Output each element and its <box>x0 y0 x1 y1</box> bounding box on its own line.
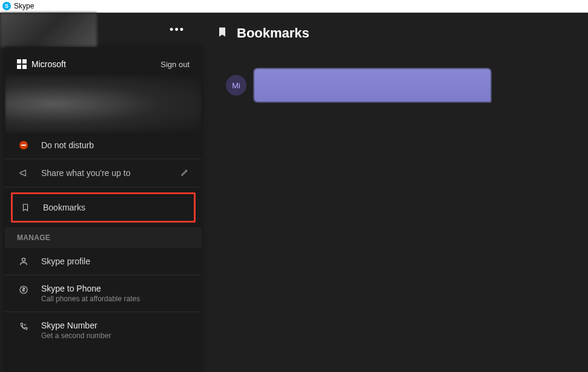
skype-logo-icon: S <box>2 2 11 10</box>
dnd-icon <box>17 141 30 149</box>
sign-out-link[interactable]: Sign out <box>160 60 190 69</box>
skype-profile-row[interactable]: Skype profile <box>5 248 202 275</box>
microsoft-brand: Microsoft <box>17 59 66 69</box>
main-content: Bookmarks Mi <box>202 13 588 372</box>
message-bubble-blurred <box>254 68 491 102</box>
phone-hash-icon: # <box>17 322 30 331</box>
panel-header: Microsoft Sign out <box>5 47 202 76</box>
window-titlebar: S Skype <box>0 0 588 13</box>
person-icon <box>17 256 30 266</box>
status-label: Do not disturb <box>41 140 190 150</box>
edit-mood-icon[interactable] <box>180 168 190 178</box>
bookmarks-label: Bookmarks <box>43 203 182 212</box>
more-options-button[interactable]: ••• <box>170 24 185 36</box>
avatar-initials: Mi <box>232 81 240 90</box>
skype-to-phone-row[interactable]: Skype to Phone Call phones at affordable… <box>5 275 202 312</box>
skype-profile-label: Skype profile <box>41 256 190 266</box>
status-row[interactable]: Do not disturb <box>5 132 202 158</box>
bookmarks-highlight: Bookmarks <box>11 192 196 223</box>
microsoft-label: Microsoft <box>31 59 66 69</box>
skype-number-subtitle: Get a second number <box>41 331 111 340</box>
self-avatar-blurred <box>0 13 97 47</box>
left-column: ••• Microsoft Sign out Do not disturb <box>0 13 202 372</box>
bookmark-icon <box>19 203 32 212</box>
conversation-header: ••• <box>0 13 202 47</box>
bookmarked-message[interactable]: Mi <box>226 68 564 102</box>
skype-to-phone-title: Skype to Phone <box>41 284 140 293</box>
skype-number-title: Skype Number <box>41 321 111 330</box>
bookmarks-row[interactable]: Bookmarks <box>13 194 194 221</box>
skype-to-phone-subtitle: Call phones at affordable rates <box>41 295 140 303</box>
svg-point-0 <box>22 258 25 261</box>
megaphone-icon <box>17 168 30 178</box>
skype-number-row[interactable]: # Skype Number Get a second number <box>5 312 202 348</box>
sender-avatar: Mi <box>226 75 246 96</box>
share-mood-label: Share what you're up to <box>41 168 180 178</box>
divider <box>5 187 202 188</box>
microsoft-logo-icon <box>17 59 27 69</box>
page-title: Bookmarks <box>237 25 309 41</box>
main-header: Bookmarks <box>202 13 588 54</box>
currency-icon <box>17 285 30 295</box>
manage-section-header: MANAGE <box>5 227 202 248</box>
account-panel: Microsoft Sign out Do not disturb Share … <box>5 47 202 372</box>
profile-info-blurred <box>5 76 202 132</box>
messages-area: Mi <box>202 54 588 117</box>
window-title: Skype <box>14 2 34 10</box>
bookmark-filled-icon <box>216 25 228 42</box>
app-body: ••• Microsoft Sign out Do not disturb <box>0 13 588 372</box>
share-mood-row[interactable]: Share what you're up to <box>5 159 202 187</box>
svg-text:#: # <box>24 323 26 327</box>
